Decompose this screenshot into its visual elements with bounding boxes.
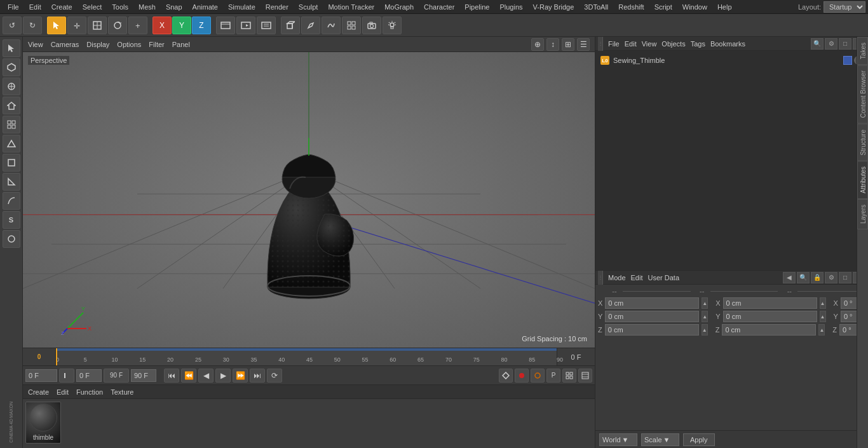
go-start-btn[interactable]: ⏮ — [164, 369, 179, 383]
attr-lock-btn[interactable]: 🔒 — [811, 272, 824, 283]
sidebar-curve-btn[interactable] — [3, 192, 20, 210]
menu-tools[interactable]: Tools — [107, 2, 133, 12]
undo-button[interactable]: ↺ — [3, 17, 22, 34]
render-view-button[interactable] — [236, 17, 255, 34]
tab-structure[interactable]: Structure — [857, 124, 868, 161]
menu-redshift[interactable]: Redshift — [613, 2, 649, 12]
mat-menu-function[interactable]: Function — [76, 388, 103, 396]
redo-button[interactable]: ↻ — [23, 17, 42, 34]
tab-layers[interactable]: Layers — [857, 199, 868, 229]
menu-edit[interactable]: Edit — [24, 2, 46, 12]
coord-z-size[interactable] — [722, 324, 816, 336]
grid-button[interactable] — [342, 17, 361, 34]
obj-settings-btn[interactable]: ⚙ — [825, 38, 837, 50]
coord-y-pos[interactable] — [605, 311, 699, 322]
attr-prev-btn[interactable]: ◀ — [783, 272, 796, 283]
frame-end-input-1[interactable]: 90 F — [104, 369, 129, 383]
scale-tool-button[interactable] — [88, 17, 107, 34]
attr-menu-edit[interactable]: Edit — [631, 274, 643, 282]
sidebar-box-btn[interactable] — [3, 154, 20, 172]
mat-menu-edit[interactable]: Edit — [57, 388, 69, 396]
menu-mesh[interactable]: Mesh — [133, 2, 161, 12]
attr-maximize-btn[interactable]: □ — [839, 272, 851, 283]
play-btn[interactable]: ▶ — [215, 369, 231, 383]
timeline-ruler[interactable]: 051015202530354045505560657075808590 — [56, 348, 557, 365]
menu-sculpt[interactable]: Sculpt — [294, 2, 323, 12]
transform-tool-button[interactable]: + — [128, 17, 147, 34]
menu-file[interactable]: File — [3, 2, 24, 12]
mat-menu-texture[interactable]: Texture — [111, 388, 133, 396]
viewport-menu-view[interactable]: View — [28, 41, 43, 48]
menu-character[interactable]: Character — [419, 2, 459, 12]
cursor-tool-button[interactable] — [47, 17, 66, 34]
menu-help[interactable]: Help — [712, 2, 737, 12]
sidebar-hexagon-btn[interactable] — [3, 58, 20, 76]
viewport-canvas[interactable]: Perspective Y X Z Grid Spacing : 10 cm — [23, 52, 595, 348]
world-dropdown[interactable]: World ▼ — [599, 433, 637, 446]
loop-btn[interactable]: ⟳ — [267, 369, 282, 383]
viewport-icon-4[interactable]: ☰ — [577, 38, 590, 51]
coord-y-pos-arrow[interactable]: ▲ — [702, 311, 708, 322]
object-row[interactable]: L0 Sewing_Thimble • — [598, 53, 865, 67]
sidebar-house-btn[interactable] — [3, 97, 20, 114]
timeline[interactable]: 0 051015202530354045505560657075808590 0… — [23, 348, 595, 365]
viewport-icon-2[interactable]: ↕ — [546, 38, 559, 51]
render-region-button[interactable] — [216, 17, 235, 34]
obj-menu-tags[interactable]: Tags — [691, 40, 705, 48]
apply-button[interactable]: Apply — [683, 433, 715, 446]
obj-menu-bookmarks[interactable]: Bookmarks — [710, 40, 745, 48]
scale-dropdown[interactable]: Scale ▼ — [641, 433, 679, 446]
viewport-icon-3[interactable]: ⊞ — [562, 38, 574, 51]
light-button[interactable] — [383, 17, 402, 34]
menu-vray[interactable]: V-Ray Bridge — [528, 2, 580, 12]
next-keyframe-btn[interactable]: ⏩ — [233, 369, 248, 383]
obj-menu-view[interactable]: View — [642, 40, 657, 48]
sidebar-circle-btn[interactable] — [3, 230, 20, 248]
menu-script[interactable]: Script — [649, 2, 677, 12]
cube-button[interactable] — [281, 17, 300, 34]
sidebar-grid-btn[interactable] — [3, 116, 20, 133]
coord-x-pos-arrow[interactable]: ▲ — [702, 297, 708, 309]
sidebar-triangle-btn[interactable] — [3, 135, 20, 153]
tab-takes[interactable]: Takes — [857, 37, 868, 65]
viewport[interactable]: View Cameras Display Options Filter Pane… — [23, 37, 595, 348]
obj-maximize-btn[interactable]: □ — [839, 38, 851, 50]
coord-y-size[interactable] — [723, 311, 817, 322]
menu-3dtoall[interactable]: 3DToAll — [579, 2, 613, 12]
attr-menu-mode[interactable]: Mode — [608, 274, 626, 282]
frame-end-input-2[interactable] — [131, 369, 156, 382]
axis-y-button[interactable]: Y — [172, 17, 191, 34]
prev-frame-btn[interactable] — [59, 369, 74, 383]
axis-z-button[interactable]: Z — [192, 17, 211, 34]
viewport-menu-display[interactable]: Display — [86, 41, 109, 48]
tab-content-browser[interactable]: Content Browser — [857, 65, 868, 123]
autokey-btn[interactable] — [531, 369, 545, 383]
viewport-menu-cameras[interactable]: Cameras — [51, 41, 79, 48]
menu-simulate[interactable]: Simulate — [223, 2, 261, 12]
layout-select[interactable]: Startup — [824, 1, 865, 13]
menu-animate[interactable]: Animate — [187, 2, 223, 12]
render-frame-btn[interactable] — [578, 369, 592, 383]
coord-y-size-arrow[interactable]: ▲ — [820, 311, 826, 322]
move-tool-button[interactable]: ✛ — [67, 17, 86, 34]
obj-search-btn[interactable]: 🔍 — [811, 38, 824, 50]
obj-menu-edit[interactable]: Edit — [625, 40, 637, 48]
menu-window[interactable]: Window — [677, 2, 712, 12]
sidebar-cursor-btn[interactable] — [3, 39, 20, 57]
play-back-btn[interactable]: ◀ — [198, 369, 214, 383]
dotmatrix-btn[interactable] — [562, 369, 576, 383]
tab-attributes[interactable]: Attributes — [857, 161, 868, 199]
record-btn[interactable] — [515, 369, 529, 383]
menu-render[interactable]: Render — [261, 2, 294, 12]
coord-x-size[interactable] — [723, 297, 817, 309]
prev-keyframe-btn[interactable]: ⏪ — [181, 369, 196, 383]
coord-x-size-arrow[interactable]: ▲ — [820, 297, 826, 309]
mat-menu-create[interactable]: Create — [28, 388, 49, 396]
viewport-menu-filter[interactable]: Filter — [149, 41, 164, 48]
attr-settings-btn[interactable]: ⚙ — [825, 272, 837, 283]
menu-create[interactable]: Create — [46, 2, 78, 12]
menu-snap[interactable]: Snap — [161, 2, 187, 12]
frame-start-input[interactable] — [25, 369, 57, 382]
attr-search-btn[interactable]: 🔍 — [797, 272, 810, 283]
frame-current-input[interactable] — [76, 369, 102, 382]
